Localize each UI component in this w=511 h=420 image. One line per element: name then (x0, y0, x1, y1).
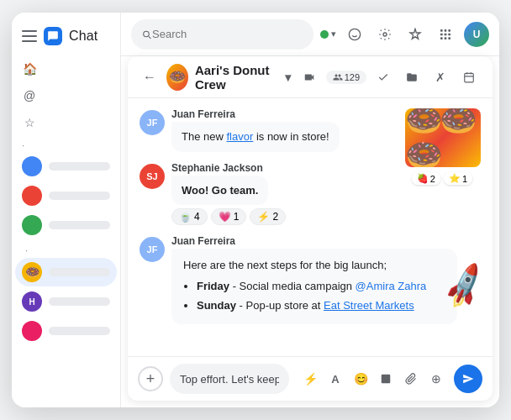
avatar: H (22, 291, 42, 312)
list-item-text (49, 192, 110, 200)
star-icon-btn[interactable] (403, 23, 427, 46)
video-icon-btn[interactable] (298, 66, 321, 89)
list-item-text (49, 268, 110, 276)
sidebar-title: Chat (69, 29, 97, 44)
search-input[interactable] (152, 28, 303, 40)
chevron-down-icon: ▾ (285, 71, 291, 84)
image-icon (380, 373, 392, 385)
dm-section-label: · (12, 135, 120, 152)
juan-avatar-2: JF (140, 237, 165, 262)
reaction-count: 2 (272, 211, 278, 223)
woo-text: Woo! Go team. (182, 184, 258, 197)
list-item[interactable]: H (15, 287, 117, 316)
message-sender-3: Juan Ferreira (171, 235, 481, 247)
top-bar: ▾ U (121, 13, 499, 56)
nav-item-mentions[interactable]: @ (15, 83, 117, 108)
folder-icon-btn[interactable] (400, 66, 424, 89)
nav-item-home[interactable]: 🏠 (15, 56, 117, 81)
search-icon (141, 29, 152, 40)
reaction-count: 4 (194, 211, 200, 223)
status-dot (320, 30, 329, 39)
list-item-text (49, 221, 110, 229)
search-box[interactable] (131, 19, 313, 50)
checkmark-icon (377, 71, 389, 83)
bolt-icon-btn[interactable]: ⚡ (299, 368, 321, 390)
status-indicator[interactable]: ▾ (320, 29, 336, 39)
user-avatar[interactable]: U (464, 22, 489, 47)
dm-list: · 🍩 H (12, 152, 120, 407)
badge-button[interactable]: 129 (326, 71, 366, 84)
grid-icon-btn[interactable] (434, 23, 457, 46)
avatar: 🍩 (22, 262, 42, 282)
svg-point-3 (383, 33, 387, 36)
folder-icon (406, 71, 418, 83)
emoji-icon-btn[interactable]: 😊 (350, 368, 371, 390)
badge-count: 129 (345, 72, 360, 82)
add-button[interactable]: + (138, 366, 163, 391)
eat-street-link[interactable]: Eat Street Markets (324, 299, 414, 312)
list-item[interactable] (15, 317, 117, 345)
reaction-count: 1 (234, 211, 240, 223)
smiley-icon-btn[interactable] (343, 23, 366, 46)
svg-rect-13 (465, 73, 474, 82)
status-chevron: ▾ (331, 29, 336, 39)
checkmark-icon-btn[interactable] (371, 66, 395, 89)
message-bubble-2: Woo! Go team. (171, 176, 268, 206)
message-input[interactable] (180, 373, 279, 386)
svg-rect-7 (440, 33, 443, 35)
calendar-icon-btn[interactable] (457, 66, 481, 89)
avatar (22, 321, 42, 341)
send-icon (462, 373, 474, 385)
message-group-3: JF Juan Ferreira Here are the next steps… (140, 235, 481, 324)
sidebar-nav: 🏠 @ ☆ (12, 56, 120, 135)
message-input-box (170, 364, 289, 394)
image-reaction-star[interactable]: ⭐ 1 (444, 172, 472, 185)
task-icon-btn[interactable]: ✗ (429, 66, 452, 89)
list-item[interactable] (15, 211, 117, 239)
more-icon-btn[interactable]: ⊕ (425, 368, 447, 390)
avatar (22, 186, 42, 206)
list-item-text (49, 297, 110, 306)
grid-icon (439, 28, 452, 41)
people-icon (333, 72, 343, 82)
list-item-text (49, 162, 110, 171)
calendar-icon (463, 71, 475, 83)
list-item[interactable] (15, 181, 117, 210)
attach-icon-btn[interactable] (400, 368, 422, 390)
svg-rect-8 (445, 33, 447, 35)
image-reaction-strawberry[interactable]: 🍓 2 (412, 172, 440, 185)
list-item-donut-crew[interactable]: 🍩 (15, 258, 117, 286)
stephanie-avatar: SJ (140, 164, 165, 189)
svg-rect-10 (440, 37, 443, 39)
spaces-section-label: · (15, 240, 117, 257)
flavor-link[interactable]: flavor (226, 130, 253, 143)
reaction-heart[interactable]: 💗 1 (211, 208, 247, 225)
bullet-list: Friday - Social media campaign @Amira Za… (183, 278, 445, 315)
image-reactions: 🍓 2 ⭐ 1 (412, 172, 472, 185)
mention-amira[interactable]: @Amira Zahra (356, 280, 427, 292)
juan-avatar: JF (140, 110, 165, 135)
message-bubble-1: The new flavor is now in store! (171, 122, 340, 152)
back-button[interactable]: ← (140, 66, 160, 88)
group-avatar: 🍩 (166, 64, 188, 91)
bullet-friday: Friday - Social media campaign @Amira Za… (197, 278, 445, 296)
reaction-tea[interactable]: 🍵 4 (171, 208, 208, 225)
send-button[interactable] (454, 365, 482, 393)
reaction-bolt[interactable]: ⚡ 2 (250, 208, 286, 225)
svg-point-18 (383, 376, 385, 378)
text-icon-btn[interactable]: A (324, 368, 346, 390)
list-item[interactable] (15, 152, 117, 181)
svg-rect-12 (448, 37, 450, 39)
chat-title[interactable]: Aari's Donut Crew ▾ (195, 63, 291, 92)
main-content: ▾ U ← 🍩 (121, 13, 499, 407)
attach-icon (405, 373, 417, 385)
sidebar: Chat 🏠 @ ☆ · (12, 13, 121, 407)
settings-icon-btn[interactable] (373, 23, 397, 46)
nav-item-starred[interactable]: ☆ (15, 110, 117, 135)
list-item-text (49, 327, 110, 335)
image-icon-btn[interactable] (375, 368, 397, 390)
hamburger-icon[interactable] (22, 30, 37, 42)
message-content-2: Stephanie Jackson Woo! Go team. 🍵 4 💗 1 … (171, 162, 481, 226)
chat-messages: 🍩🍩🍩 JF Juan Ferreira The new flavor is n… (128, 98, 493, 356)
video-icon (303, 71, 315, 83)
